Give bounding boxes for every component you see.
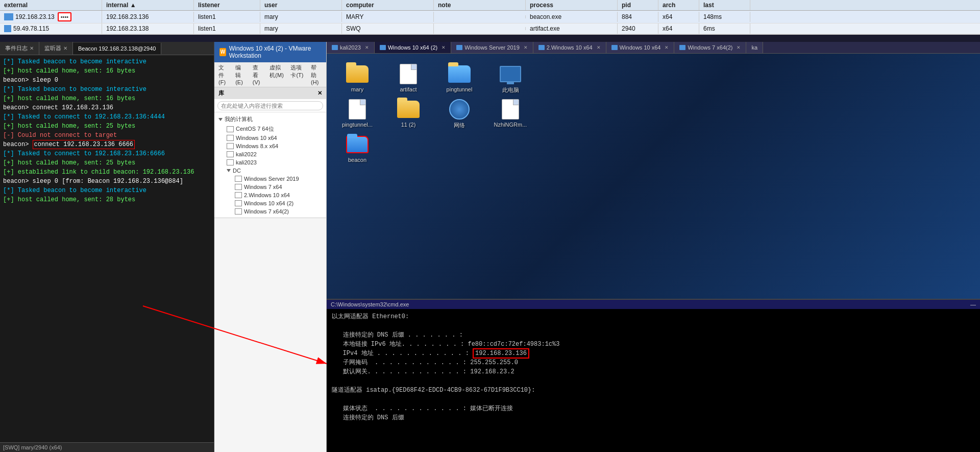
tree-item-label: Windows 7 x64: [244, 184, 282, 190]
vm-tab-more[interactable]: ka: [746, 42, 763, 53]
vm-tab-win10-v2[interactable]: 2.Windows 10 x64 ✕: [533, 42, 606, 53]
library-close-icon[interactable]: ✕: [317, 90, 322, 97]
icon-label-11-2: 11 (2): [401, 122, 416, 128]
menu-file[interactable]: 文件(F): [218, 64, 229, 85]
tab-beacon[interactable]: Beacon 192.168.23.138@2940: [73, 43, 161, 54]
vm-tab-label: Windows Server 2019: [464, 44, 520, 51]
tree-my-computer[interactable]: 我的计算机: [216, 114, 324, 124]
table-row[interactable]: 192.168.23.13 •••• 192.168.23.136 listen…: [0, 11, 980, 23]
vm-tab-label: 2.Windows 10 x64: [547, 44, 593, 51]
vmware-library-panel: W Windows 10 x64 (2) - VMware Workstatio…: [214, 42, 327, 452]
doc-icon: [349, 99, 366, 120]
icon-label-pingtunnel: pingtunnel: [447, 86, 473, 92]
tab-bar: 事件日志 ✕ 监听器 ✕ Beacon 192.168.23.138@2940: [0, 42, 214, 55]
vm-tab-winserver2019[interactable]: Windows Server 2019 ✕: [451, 42, 533, 53]
desktop-icon-nzhingrm[interactable]: NzhiNGRm...: [490, 99, 531, 129]
tree-win7-2[interactable]: Windows 7 x64(2): [233, 207, 324, 216]
menu-vm[interactable]: 虚拟机(M): [270, 64, 284, 85]
vm-icon: [538, 45, 545, 50]
terminal-line: [+] host called home, sent: 25 bytes: [3, 158, 211, 168]
tree-win10-2[interactable]: 2.Windows 10 x64: [233, 191, 324, 199]
menu-tabs[interactable]: 选项卡(T): [290, 64, 305, 85]
tree-centos[interactable]: CentOS 7 64位: [225, 124, 324, 134]
tree-win8[interactable]: Windows 8.x x64: [225, 142, 324, 150]
desktop-icon-mary[interactable]: mary: [337, 64, 378, 94]
library-tree: 我的计算机 CentOS 7 64位 Windows 10 x64 Window…: [214, 112, 326, 218]
vm-tab-close-icon[interactable]: ✕: [365, 45, 369, 50]
tab-close-monitor[interactable]: ✕: [63, 45, 67, 51]
icon-label-this-pc: 此电脑: [502, 86, 519, 94]
tree-item-label: 2.Windows 10 x64: [244, 192, 290, 198]
cmd-minimize-icon[interactable]: —: [970, 301, 976, 307]
desktop-icon-11-2[interactable]: 11 (2): [388, 99, 429, 129]
cell-pid-1: 884: [618, 12, 658, 22]
cell-note-2: [434, 27, 526, 30]
vm-tab-close-icon[interactable]: ✕: [442, 45, 446, 50]
cell-last-1: 148ms: [699, 12, 750, 22]
vm-tab-win7-2[interactable]: Windows 7 x64(2) ✕: [674, 42, 746, 53]
vmware-titlebar: W Windows 10 x64 (2) - VMware Workstatio…: [214, 42, 326, 62]
table-row[interactable]: 59.49.78.115 192.168.23.138 listen1 mary…: [0, 23, 980, 34]
cell-listener-1: listen1: [194, 12, 260, 22]
icon-img: [498, 64, 523, 84]
tree-item-label: CentOS 7 64位: [236, 125, 274, 133]
cell-arch-1: x64: [658, 12, 699, 22]
desktop-icon-pingtunnel2[interactable]: pingtunnel...: [337, 99, 378, 129]
desktop-icon-this-pc[interactable]: 此电脑: [490, 64, 531, 94]
terminal-line: [-] Could not connect to target: [3, 131, 211, 140]
tab-close-event-log[interactable]: ✕: [30, 45, 34, 51]
terminal-line: [*] Tasked beacon to become interactive: [3, 85, 211, 94]
desktop-icon-network[interactable]: 网络: [439, 99, 480, 129]
globe-icon: [449, 99, 470, 120]
menu-help[interactable]: 帮助(H): [311, 64, 322, 85]
header-computer: computer: [342, 0, 434, 10]
desktop-area: mary artifact pingtunnel: [327, 54, 980, 452]
folder-blue-icon: [448, 65, 471, 83]
header-internal: internal ▲: [102, 0, 194, 10]
search-input[interactable]: [217, 101, 323, 110]
tab-event-log[interactable]: 事件日志 ✕: [0, 42, 39, 55]
desktop-icons-grid: mary artifact pingtunnel: [327, 54, 980, 173]
tree-win7[interactable]: Windows 7 x64: [233, 183, 324, 191]
vm-tab-label: Windows 10 x64: [620, 44, 661, 51]
terminal-line: [*] Tasked to connect to 192.168.23.136:…: [3, 149, 211, 158]
vm-tab-win10-2[interactable]: Windows 10 x64 (2) ✕: [375, 42, 451, 53]
tree-win10[interactable]: Windows 10 x64: [225, 134, 324, 142]
tree-item-label: kali2022: [236, 151, 257, 157]
folder-icon: [397, 101, 420, 118]
desktop-icon-beacon[interactable]: beacon: [337, 134, 378, 163]
tree-winserver[interactable]: Windows Server 2019: [233, 175, 324, 183]
vm-tab-close-icon[interactable]: ✕: [597, 45, 601, 50]
icon-label-pingtunnel2: pingtunnel...: [342, 122, 373, 128]
tree-item-label: kali2023: [236, 159, 257, 165]
tree-kali2022[interactable]: kali2022: [225, 150, 324, 158]
vm-tab-kali2023[interactable]: kali2023 ✕: [327, 42, 375, 53]
vm-tab-close-icon[interactable]: ✕: [524, 45, 528, 50]
header-user: user: [260, 0, 342, 10]
tab-monitor[interactable]: 监听器 ✕: [39, 42, 73, 55]
cmd-line: 隧道适配器 isatap.{9ED68F42-EDCD-4CB9-8632-67…: [332, 386, 975, 395]
menu-edit[interactable]: 编辑(E): [235, 64, 247, 85]
dots-button-1[interactable]: ••••: [58, 12, 71, 21]
desktop-icon-artifact[interactable]: artifact: [388, 64, 429, 94]
tree-item-label: Windows 10 x64: [236, 135, 277, 141]
icon-img: [447, 64, 472, 84]
tree-win10-v2[interactable]: Windows 10 x64 (2): [233, 199, 324, 207]
terminal-line: [+] host called home, sent: 16 bytes: [3, 66, 211, 76]
tree-item-label: Windows 7 x64(2): [244, 208, 289, 215]
cell-note-1: [434, 15, 526, 18]
terminal-line: beacon> sleep 0 [from: Beacon 192.168.23…: [3, 177, 211, 186]
menu-view[interactable]: 查看(V): [253, 64, 264, 85]
cell-user-2: mary: [260, 23, 342, 34]
vm-tab-close-icon[interactable]: ✕: [665, 45, 669, 50]
tree-kali2023[interactable]: kali2023: [225, 158, 324, 166]
vm-tab-win10[interactable]: Windows 10 x64 ✕: [606, 42, 675, 53]
beacon-tab-label: Beacon 192.168.23.138@2940: [78, 45, 156, 52]
library-title: 库: [218, 89, 224, 97]
desktop-icon-pingtunnel[interactable]: pingtunnel: [439, 64, 480, 94]
tree-dc[interactable]: DC: [225, 166, 324, 175]
cmd-highlight-box: connect 192.168.23.136 6666: [33, 140, 135, 149]
vm-tab-close-icon[interactable]: ✕: [737, 45, 741, 50]
library-panel: 库 ✕ 我的计算机 CentOS 7 64位 Windows 10 x64: [214, 87, 326, 218]
cmd-line: [332, 395, 975, 404]
